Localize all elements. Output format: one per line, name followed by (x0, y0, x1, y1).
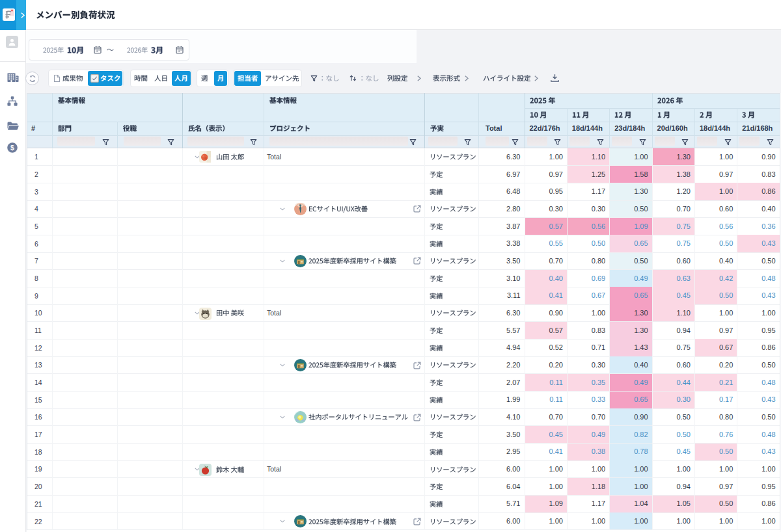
svg-text:$: $ (10, 144, 14, 152)
